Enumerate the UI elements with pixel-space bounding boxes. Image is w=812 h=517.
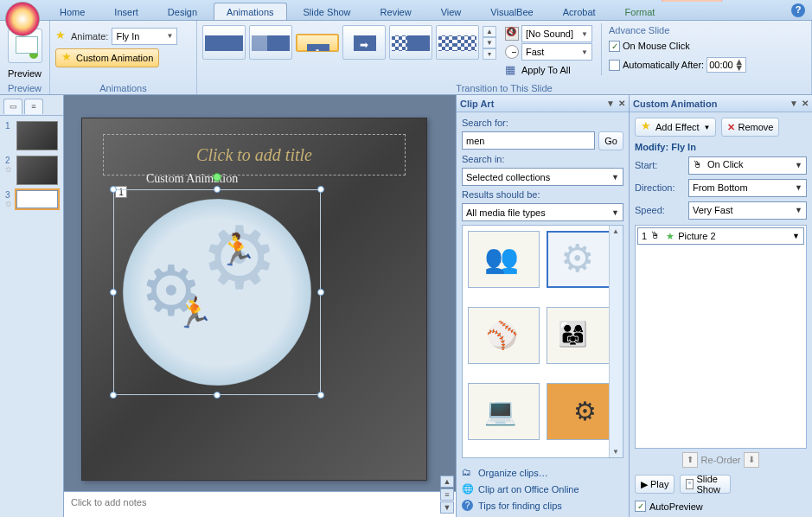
resize-handle[interactable] (214, 392, 221, 399)
clipart-pane: Clip Art▼✕ Search for: Go Search in: Sel… (456, 95, 629, 517)
transition-speed-combo[interactable]: Fast▼ (521, 43, 592, 61)
clipart-result-4[interactable] (547, 307, 618, 364)
auto-after-checkbox[interactable] (609, 60, 620, 71)
advance-slide-title: Advance Slide (609, 25, 746, 35)
transition-sound-combo[interactable]: [No Sound]▼ (521, 25, 592, 42)
slides-view-tab[interactable]: ▭ (3, 99, 22, 114)
on-mouse-click-checkbox[interactable]: ✓ (609, 41, 620, 52)
clipart-result-3[interactable] (468, 307, 540, 364)
resize-handle[interactable] (317, 392, 324, 399)
clipart-scrollbar[interactable] (609, 226, 623, 457)
tab-design[interactable]: Design (155, 3, 210, 20)
animate-star-icon (55, 30, 67, 42)
results-type-select[interactable]: All media file types▼ (462, 203, 623, 221)
reorder-down-button[interactable]: ⬇ (744, 452, 759, 468)
go-button[interactable]: Go (598, 131, 623, 150)
clipart-result-6[interactable] (547, 383, 618, 440)
transition-dissolve-1[interactable] (389, 25, 432, 60)
start-select[interactable]: On Click▼ (688, 156, 807, 175)
slide-canvas[interactable]: Click to add title Custom Animation 1 🏃 … (81, 118, 427, 481)
effect-item-1[interactable]: 1Picture 2 ▼ (637, 227, 804, 245)
transition-none[interactable] (202, 25, 246, 60)
play-button[interactable]: ▶ Play (635, 475, 675, 494)
organize-icon (462, 467, 474, 479)
apply-all-icon (505, 63, 519, 77)
outline-view-tab[interactable]: ≡ (24, 99, 43, 114)
title-placeholder[interactable]: Click to add title (103, 134, 406, 176)
tab-insert[interactable]: Insert (101, 3, 151, 20)
transition-gallery-more[interactable]: ▾ (483, 48, 496, 60)
add-effect-button[interactable]: Add Effect▼ (635, 118, 716, 137)
group-label-animations: Animations (55, 81, 191, 94)
animate-combo[interactable]: Fly In▼ (112, 28, 177, 45)
direction-select[interactable]: From Bottom▼ (688, 179, 807, 197)
search-input[interactable] (462, 131, 595, 150)
slide-thumb-3[interactable]: 3✩ (5, 190, 58, 208)
clipart-result-5[interactable] (468, 383, 540, 440)
apply-to-all-button[interactable]: Apply To All (505, 61, 592, 79)
ca-menu-arrow[interactable]: ▼ (790, 99, 798, 108)
slide-thumbnail-pane: ▭ ≡ 1 2✩ 3✩ (0, 95, 64, 517)
resize-handle[interactable] (317, 186, 324, 193)
resize-handle[interactable] (110, 289, 117, 296)
clipart-title: Clip Art (460, 99, 494, 109)
tab-acrobat[interactable]: Acrobat (550, 3, 609, 20)
next-slide-button[interactable]: ▼ (440, 501, 454, 514)
reorder-up-button[interactable]: ⬆ (682, 452, 698, 468)
prev-slide-button[interactable]: ▲ (440, 476, 454, 488)
slide-thumb-2[interactable]: 2✩ (5, 156, 58, 185)
start-label: Start: (635, 160, 685, 170)
auto-after-label: Automatically After: (623, 60, 704, 70)
clipart-close-icon[interactable]: ✕ (618, 99, 625, 108)
clipart-menu-arrow[interactable]: ▼ (606, 99, 615, 108)
ca-close-icon[interactable]: ✕ (802, 99, 809, 108)
custom-animation-caption: Custom Animation (146, 172, 238, 186)
transition-gallery-down[interactable]: ▼ (483, 37, 496, 48)
help-icon (462, 500, 474, 512)
autopreview-checkbox[interactable]: ✓ (635, 501, 646, 512)
clipart-result-2[interactable] (547, 231, 618, 288)
tab-view[interactable]: View (428, 3, 475, 20)
contextual-tab-highlight (662, 0, 722, 2)
clipart-result-1[interactable] (468, 231, 540, 288)
organize-clips-link[interactable]: Organize clips… (462, 467, 623, 479)
transition-dissolve-2[interactable] (436, 25, 479, 60)
resize-handle[interactable] (317, 289, 324, 296)
search-for-label: Search for: (462, 118, 623, 128)
tab-slideshow[interactable]: Slide Show (291, 3, 364, 20)
office-button[interactable] (5, 2, 40, 36)
speed-label: Speed: (635, 205, 685, 215)
notes-pane[interactable]: Click to add notes (64, 491, 456, 517)
tab-format[interactable]: Format (612, 3, 668, 20)
fly-in-icon (666, 231, 675, 242)
selected-picture[interactable]: 🏃 🏃 (113, 189, 321, 395)
search-in-select[interactable]: Selected collections▼ (462, 168, 623, 186)
custom-animation-button[interactable]: Custom Animation (55, 48, 159, 67)
resize-handle[interactable] (110, 392, 117, 399)
transition-push-right[interactable]: ➡ (342, 25, 386, 60)
tab-visualbee[interactable]: VisualBee (477, 3, 546, 20)
tab-home[interactable]: Home (47, 3, 98, 20)
slideshow-button[interactable]: Slide Show (680, 475, 731, 494)
resize-handle[interactable] (214, 186, 221, 193)
group-label-transition: Transition to This Slide (202, 81, 806, 94)
transition-push-down[interactable]: ⬇ (296, 34, 339, 52)
help-icon[interactable]: ? (791, 3, 805, 17)
speed-select[interactable]: Very Fast▼ (688, 201, 807, 220)
office-online-link[interactable]: Clip art on Office Online (462, 483, 623, 495)
auto-after-time[interactable]: 00:00▲▼ (707, 57, 746, 73)
slide-nav-button[interactable]: ≡ (440, 488, 454, 501)
transition-gallery-up[interactable]: ▲ (483, 26, 496, 37)
remove-effect-button[interactable]: ✕Remove (721, 118, 779, 137)
tips-link[interactable]: Tips for finding clips (462, 500, 623, 512)
tab-animations[interactable]: Animations (214, 3, 286, 20)
globe-icon (462, 483, 474, 495)
results-should-be-label: Results should be: (462, 189, 623, 200)
rotate-handle[interactable] (213, 173, 221, 182)
transition-fade[interactable] (249, 25, 292, 60)
ribbon: Preview Preview Animate: Fly In▼ Custom … (0, 21, 812, 95)
slide-thumb-1[interactable]: 1 (5, 121, 58, 150)
tab-review[interactable]: Review (368, 3, 425, 20)
resize-handle[interactable] (110, 186, 117, 193)
clipart-results (462, 225, 623, 458)
